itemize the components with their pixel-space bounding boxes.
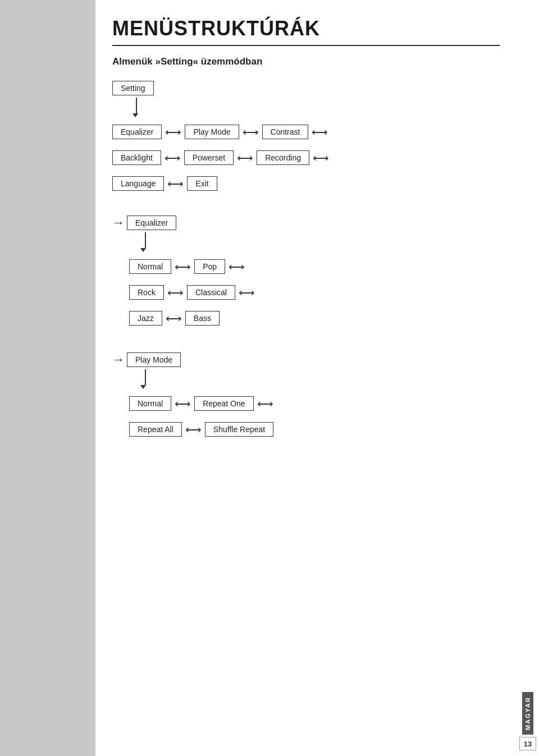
language-label: MAGYAR — [522, 692, 533, 735]
jazz-box: Jazz — [129, 311, 162, 326]
language-box: Language — [112, 176, 164, 191]
bidir-arrow-eq2b: ⟷ — [239, 286, 255, 299]
equalizer-header-box: Equalizer — [127, 216, 176, 230]
bidir-arrow-pm1b: ⟷ — [257, 397, 273, 410]
page-number: 13 — [519, 737, 536, 750]
setting-root: Setting — [112, 81, 500, 95]
right-bar: MAGYAR 13 — [517, 0, 539, 756]
bidir-arrow-pm1: ⟷ — [175, 397, 191, 410]
bidir-arrow-eq1: ⟷ — [175, 260, 191, 273]
playmode-box-top: Play Mode — [185, 125, 239, 139]
repeat-one-box: Repeat One — [194, 396, 254, 411]
normal-box-eq: Normal — [129, 259, 171, 274]
shuffle-repeat-box: Shuffle Repeat — [205, 422, 273, 437]
bidir-arrow-2: ⟷ — [243, 125, 259, 139]
bidir-arrow-eq3: ⟷ — [166, 311, 182, 325]
main-row2: Backlight ⟷ Powerset ⟷ Recording ⟷ — [112, 150, 500, 165]
setting-down-arrow — [136, 98, 137, 113]
main-row1: Equalizer ⟷ Play Mode ⟷ Contrast ⟷ — [112, 125, 500, 139]
page-title: MENÜSTRUKTÚRÁK — [112, 17, 500, 46]
bidir-arrow-pm2: ⟷ — [185, 423, 202, 436]
pop-box: Pop — [194, 259, 225, 274]
bidir-arrow-6: ⟷ — [313, 151, 329, 164]
right-arrow-pm: → — [112, 352, 125, 367]
contrast-box: Contrast — [262, 125, 309, 139]
playmode-section: → Play Mode Normal ⟷ Repeat One ⟷ Repeat… — [112, 352, 500, 437]
bass-box: Bass — [185, 311, 220, 326]
repeat-all-box: Repeat All — [129, 422, 182, 437]
rock-box: Rock — [129, 285, 164, 300]
bidir-arrow-1: ⟷ — [165, 125, 181, 139]
right-arrow-eq: → — [112, 216, 125, 230]
powerset-box: Powerset — [184, 150, 234, 165]
eq-row2: Rock ⟷ Classical ⟷ — [129, 285, 500, 300]
recording-box: Recording — [257, 150, 309, 165]
bidir-arrow-4: ⟷ — [165, 151, 181, 164]
subtitle: Almenük »Setting« üzemmódban — [112, 56, 500, 67]
bidir-arrow-7: ⟷ — [167, 177, 184, 190]
setting-box: Setting — [112, 81, 154, 95]
playmode-section-header: → Play Mode — [112, 352, 500, 367]
pm-row1: Normal ⟷ Repeat One ⟷ — [129, 396, 500, 411]
bidir-arrow-5: ⟷ — [237, 151, 253, 164]
equalizer-section: → Equalizer Normal ⟷ Pop ⟷ Rock ⟷ Classi… — [112, 216, 500, 326]
main-row3: Language ⟷ Exit — [112, 176, 500, 191]
eq-vert-line — [145, 232, 146, 248]
bidir-arrow-eq2: ⟷ — [167, 286, 184, 299]
eq-row3: Jazz ⟷ Bass — [129, 311, 500, 326]
classical-box: Classical — [187, 285, 235, 300]
exit-box: Exit — [187, 176, 217, 191]
bidir-arrow-eq1b: ⟷ — [229, 260, 245, 273]
bidir-arrow-3: ⟷ — [312, 125, 328, 139]
pm-vert-line — [145, 369, 146, 385]
eq-row1: Normal ⟷ Pop ⟷ — [129, 259, 500, 274]
playmode-header-box: Play Mode — [127, 352, 181, 367]
main-content: MENÜSTRUKTÚRÁK Almenük »Setting« üzemmód… — [95, 0, 517, 756]
equalizer-section-header: → Equalizer — [112, 216, 500, 230]
normal-box-pm: Normal — [129, 396, 171, 411]
equalizer-box: Equalizer — [112, 125, 162, 139]
pm-row2: Repeat All ⟷ Shuffle Repeat — [129, 422, 500, 437]
backlight-box: Backlight — [112, 150, 161, 165]
left-sidebar — [0, 0, 95, 756]
